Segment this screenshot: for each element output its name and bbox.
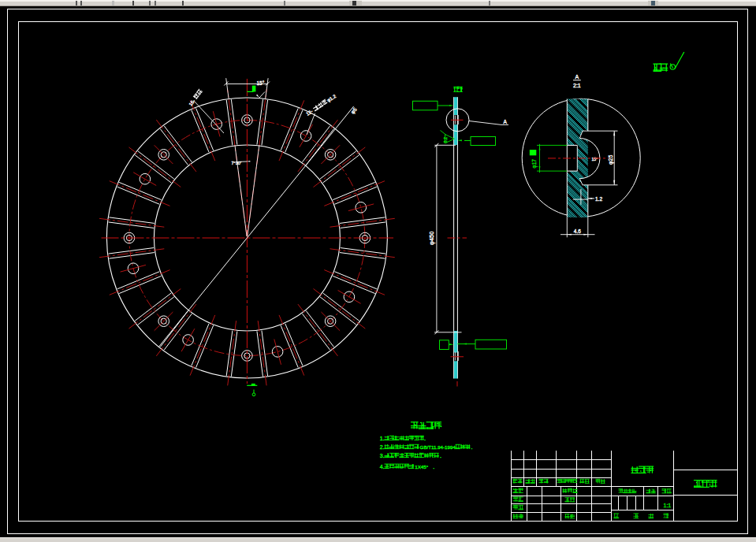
svg-text:φ25: φ25 [608,155,614,165]
svg-text:.: . [433,464,434,470]
svg-text:.: . [424,436,426,441]
svg-text:φ450: φ450 [428,232,435,245]
svg-text:3.: 3. [380,453,385,458]
svg-text:1.: 1. [380,436,385,441]
svg-text:1:1: 1:1 [664,503,672,508]
svg-text:GB/T11.94-1994: GB/T11.94-1994 [420,444,456,450]
svg-text:2.: 2. [380,444,385,450]
svg-text:2:1: 2:1 [573,83,581,88]
svg-text:φ17: φ17 [531,159,538,169]
svg-text:15°: 15° [257,80,265,86]
svg-text:1.2: 1.2 [595,196,602,202]
svg-text:15°: 15° [592,157,598,161]
svg-text:1X45°: 1X45° [415,464,428,470]
svg-text:3.2: 3.2 [443,137,448,143]
svg-text:.: . [471,444,473,450]
svg-text:4.6: 4.6 [574,228,581,234]
svg-text:A: A [575,74,579,80]
svg-text:A: A [504,119,508,124]
svg-text:7°30': 7°30' [232,161,241,165]
svg-text:4.: 4. [380,464,385,470]
svg-text:.: . [440,453,441,458]
